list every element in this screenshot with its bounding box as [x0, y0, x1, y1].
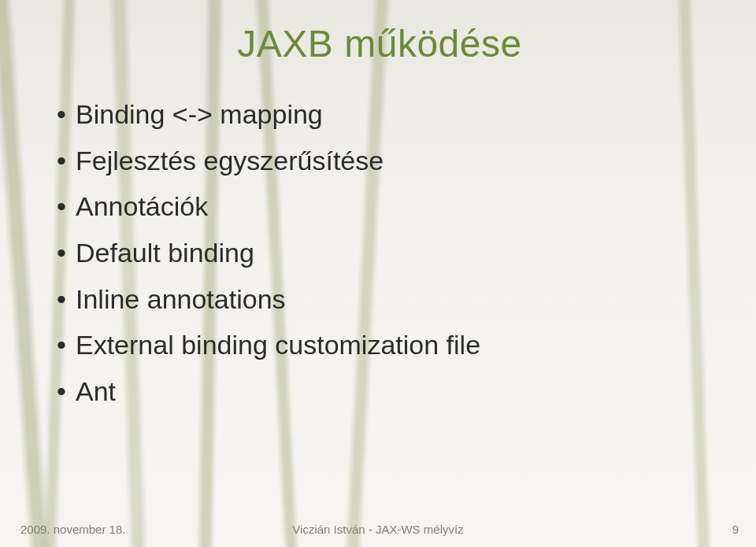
bullet-item: Binding <-> mapping [54, 94, 712, 135]
slide-title: JAXB működése [47, 22, 712, 65]
footer-date: 2009. november 18. [20, 523, 125, 536]
slide-body: JAXB működése Binding <-> mapping Fejles… [0, 0, 756, 547]
bullet-item: Fejlesztés egyszerűsítése [54, 140, 712, 182]
bullet-item: Annotációk [54, 186, 712, 227]
footer-author-title: Viczián István - JAX-WS mélyvíz [292, 523, 463, 536]
bullet-item: Ant [54, 371, 712, 412]
bullet-item: Inline annotations [54, 279, 712, 320]
bullet-item: External binding customization file [54, 324, 712, 366]
footer-page-number: 9 [732, 523, 739, 536]
bullet-list: Binding <-> mapping Fejlesztés egyszerűs… [54, 94, 712, 412]
slide-footer: 2009. november 18. Viczián István - JAX-… [0, 523, 756, 536]
bullet-item: Default binding [54, 232, 712, 274]
